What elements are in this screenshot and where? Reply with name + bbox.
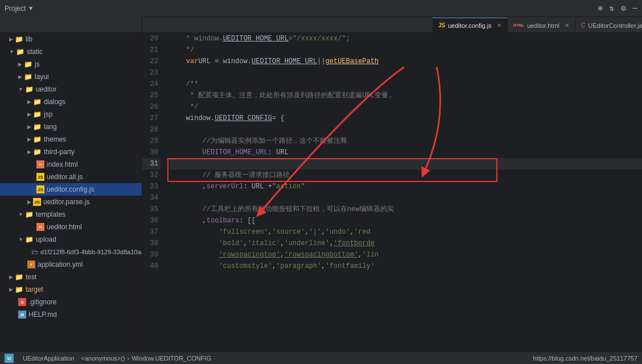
- code-line-22: var URL = window.UEDITOR_HOME_URL || get…: [170, 56, 642, 67]
- folder-icon-templates: 📁: [25, 210, 34, 218]
- line-num-24: 24: [142, 78, 160, 90]
- chevron-right-icon: ▶: [9, 36, 13, 42]
- tab-close-config[interactable]: ✕: [497, 22, 501, 28]
- sidebar-item-themes[interactable]: ▶ 📁 themes: [0, 133, 142, 146]
- app-label: UEditorApplication: [23, 355, 75, 362]
- sidebar-label-themes: themes: [44, 135, 66, 143]
- folder-icon-dialogs: 📁: [33, 98, 42, 106]
- line-num-36: 36: [142, 215, 160, 226]
- git-file-icon: G: [18, 298, 26, 306]
- sidebar-label-third-party: third-party: [44, 148, 75, 156]
- sidebar-item-test[interactable]: ▶ 📁 test: [0, 271, 142, 283]
- sidebar-item-lib[interactable]: ▶ 📁 lib: [0, 33, 142, 46]
- folder-icon-jsp: 📁: [33, 110, 42, 118]
- code-content[interactable]: * window.UEDITOR_HOME_URL = "/xxxx/xxxx/…: [165, 33, 642, 351]
- code-line-28: [170, 124, 642, 135]
- tab-ueditor-html[interactable]: HTML ueditor.html ✕: [508, 18, 575, 32]
- line-num-37: 37: [142, 226, 160, 238]
- minimize-icon[interactable]: —: [633, 3, 637, 13]
- tab-label-controller: UEditorController.java: [588, 22, 642, 29]
- sidebar-item-index-html[interactable]: H index.html: [0, 158, 142, 171]
- sidebar-label-upload: upload: [36, 235, 56, 243]
- sidebar-item-ueditor-all-js[interactable]: JS ueditor.all.js: [0, 171, 142, 183]
- chevron-right-icon-third-party: ▶: [27, 149, 31, 155]
- sidebar-label-templates: templates: [36, 210, 65, 218]
- sidebar-label-jsp: jsp: [44, 110, 52, 118]
- settings-icon[interactable]: ⚙: [621, 3, 625, 13]
- chevron-right-icon-js: ▶: [18, 61, 22, 67]
- chevron-right-icon-lang: ▶: [27, 124, 31, 130]
- code-line-27: window.UEDITOR_CONFIG = {: [170, 113, 642, 124]
- html-file-icon: H: [36, 160, 44, 168]
- sync-icon[interactable]: ⇅: [610, 3, 614, 13]
- tab-close-html[interactable]: ✕: [565, 22, 569, 28]
- sidebar-item-gitignore[interactable]: G .gitignore: [0, 296, 142, 308]
- sidebar-label-ueditor-all-js: ueditor.all.js: [47, 173, 83, 181]
- sidebar-item-ueditor-config-js[interactable]: JS ueditor.config.js: [0, 183, 142, 196]
- project-label[interactable]: Project: [5, 5, 26, 13]
- folder-icon-ueditor: 📁: [25, 85, 34, 93]
- code-line-39: 'rowspacingtop', 'rowspacingbottom', 'li…: [170, 249, 642, 260]
- java-tab-icon: C: [581, 22, 585, 28]
- sidebar-item-uuid[interactable]: 🗁 d1f212f8-6df3-4bbb-9129-33d8a10aacde: [0, 246, 142, 258]
- sidebar-item-lang[interactable]: ▶ 📁 lang: [0, 121, 142, 133]
- js-tab-icon: JS: [438, 22, 445, 28]
- tab-label-config: ueditor.config.js: [448, 22, 491, 29]
- breadcrumb-config: Window.UEDITOR_CONFIG: [131, 355, 211, 362]
- sidebar-item-dialogs[interactable]: ▶ 📁 dialogs: [0, 96, 142, 108]
- folder-icon-js: 📁: [24, 60, 32, 68]
- code-line-20: * window.UEDITOR_HOME_URL = "/xxxx/xxxx/…: [170, 33, 642, 44]
- top-bar: Project ▼ ⊕ ⇅ ⚙ —: [0, 0, 642, 17]
- line-num-25: 25: [142, 90, 160, 101]
- code-editor[interactable]: 20 21 22 23 24 25 26 27 28 29 30 31 32 3…: [142, 33, 642, 351]
- sidebar-label-dialogs: dialogs: [44, 98, 65, 106]
- sidebar-label-static: static: [27, 48, 43, 56]
- sidebar-item-static[interactable]: ▼ 📁 static: [0, 46, 142, 58]
- chevron-right-icon-layui: ▶: [18, 74, 22, 80]
- sidebar-label-ueditor: ueditor: [36, 85, 57, 93]
- sidebar-item-templates[interactable]: ▼ 📁 templates: [0, 208, 142, 221]
- breadcrumb: <anonymous>() › Window.UEDITOR_CONFIG: [81, 355, 212, 362]
- folder-icon-lib: 📁: [15, 35, 23, 43]
- main-area: ▶ 📁 lib ▼ 📁 static ▶ 📁 js ▶ 📁 layui ▼ 📁 …: [0, 33, 642, 351]
- sidebar-item-ueditor-parse-js[interactable]: ▶ JS ueditor.parse.js: [0, 196, 142, 208]
- code-line-40: 'customstyle', 'paragraph', 'fontfamily': [170, 260, 642, 272]
- yml-file-icon: Y: [27, 260, 35, 268]
- sidebar-item-jsp[interactable]: ▶ 📁 jsp: [0, 108, 142, 121]
- sidebar-item-third-party[interactable]: ▶ 📁 third-party: [0, 146, 142, 158]
- status-bar: U UEditorApplication <anonymous>() › Win…: [0, 351, 642, 364]
- sidebar-item-ueditor-html-t[interactable]: H ueditor.html: [0, 221, 142, 233]
- chevron-down-icon-static: ▼: [9, 49, 14, 55]
- sidebar-label-ueditor-html-t: ueditor.html: [47, 223, 82, 231]
- folder-icon-target: 📁: [15, 286, 23, 293]
- folder-icon-lang: 📁: [33, 123, 42, 131]
- globe-icon[interactable]: ⊕: [598, 3, 602, 13]
- sidebar-item-ueditor[interactable]: ▼ 📁 ueditor: [0, 83, 142, 96]
- tab-ueditor-controller[interactable]: C UEditorController.java ✕: [575, 18, 642, 32]
- chevron-down-icon-templates: ▼: [18, 212, 23, 217]
- sidebar-item-js[interactable]: ▶ 📁 js: [0, 58, 142, 71]
- chevron-right-icon-target: ▶: [9, 287, 13, 292]
- line-num-30: 30: [142, 147, 160, 158]
- chevron-right-icon-test: ▶: [9, 274, 13, 280]
- sidebar-item-upload[interactable]: ▼ 📁 upload: [0, 233, 142, 246]
- chevron-right-icon-parse: ▶: [27, 199, 31, 205]
- sidebar-label-lang: lang: [44, 123, 57, 131]
- sidebar-item-layui[interactable]: ▶ 📁 layui: [0, 71, 142, 83]
- line-num-20: 20: [142, 33, 160, 44]
- line-num-27: 27: [142, 113, 160, 124]
- chevron-down-icon-upload: ▼: [18, 237, 23, 242]
- sidebar-label-target: target: [26, 286, 43, 293]
- code-line-37: 'fullscreen', 'source', '|', 'undo', 're…: [170, 226, 642, 238]
- chevron-right-icon-themes: ▶: [27, 136, 31, 142]
- sidebar-item-application-yml[interactable]: Y application.yml: [0, 258, 142, 271]
- code-line-30: UEDITOR_HOME_URL: URL: [170, 147, 642, 158]
- line-num-22: 22: [142, 56, 160, 67]
- sidebar-item-target[interactable]: ▶ 📁 target: [0, 283, 142, 296]
- dropdown-arrow[interactable]: ▼: [28, 5, 34, 11]
- status-url[interactable]: https://blog.csdn.net/baidu_25117757: [533, 355, 637, 362]
- html-file-icon-t: H: [36, 223, 44, 231]
- code-line-32: // 服务器统一请求接口路径: [170, 169, 642, 181]
- sidebar-item-help-md[interactable]: M HELP.md: [0, 308, 142, 321]
- tab-ueditor-config[interactable]: JS ueditor.config.js ✕: [433, 18, 508, 32]
